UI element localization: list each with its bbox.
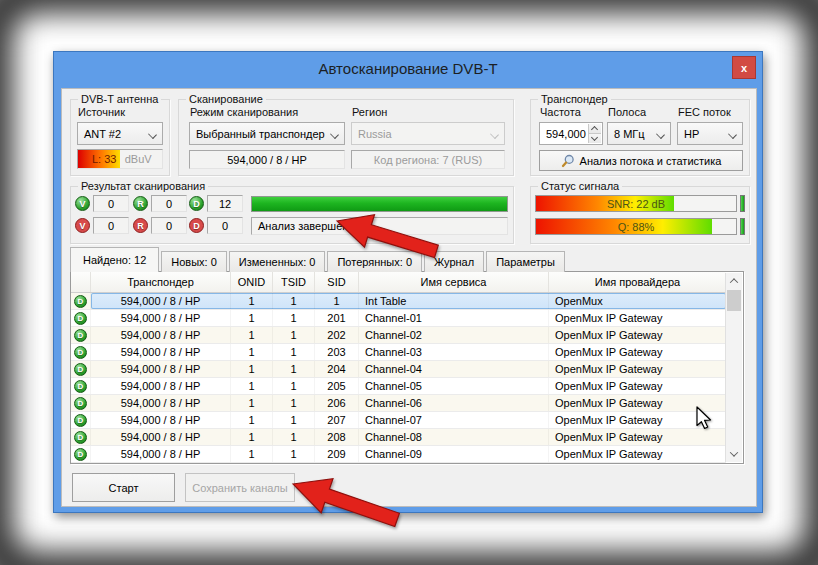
table-row-0[interactable]: D 594,000 / 8 / HP 1 1 1 Int Table OpenM… xyxy=(71,293,726,310)
title-bar[interactable]: Автосканирование DVB-T x xyxy=(54,52,762,88)
counter-field: 0 xyxy=(93,217,129,234)
cell-service: Channel-04 xyxy=(359,361,549,377)
cell-provider: OpenMux IP Gateway xyxy=(549,446,726,462)
dvb-service-icon: D xyxy=(74,363,87,376)
chevron-down-icon xyxy=(330,130,339,139)
channel-table: Транспондер ONID TSID SID Имя сервиса Им… xyxy=(70,271,744,464)
dvb-service-icon: D xyxy=(74,295,87,308)
scan-mode-label: Режим сканирования xyxy=(190,106,298,118)
dvb-service-icon: D xyxy=(74,448,87,461)
col-provider[interactable]: Имя провайдера xyxy=(549,272,726,292)
signal-level-unit: dBuV xyxy=(122,150,152,168)
annotation-arrow-status xyxy=(331,207,446,263)
scan-group: Сканирование Режим сканирования Выбранны… xyxy=(178,99,514,176)
cell-transponder: 594,000 / 8 / HP xyxy=(91,378,231,394)
tab-0[interactable]: Найдено: 12 xyxy=(70,247,159,272)
scroll-down-icon[interactable] xyxy=(726,446,742,462)
cell-sid: 201 xyxy=(315,310,359,326)
frequency-spinner[interactable]: 594,000 xyxy=(539,122,603,145)
close-button[interactable]: x xyxy=(732,56,756,79)
region-value: Russia xyxy=(358,128,392,140)
table-row-6[interactable]: D 594,000 / 8 / HP 1 1 206 Channel-06 Op… xyxy=(71,395,726,412)
r-red-badge-icon: R xyxy=(133,218,148,233)
table-row-2[interactable]: D 594,000 / 8 / HP 1 1 202 Channel-02 Op… xyxy=(71,327,726,344)
cell-transponder: 594,000 / 8 / HP xyxy=(91,344,231,360)
table-row-4[interactable]: D 594,000 / 8 / HP 1 1 204 Channel-04 Op… xyxy=(71,361,726,378)
chevron-down-icon xyxy=(490,130,499,139)
dialog-body: DVB-T антенна Источник ANT #2 L: 33 dBuV… xyxy=(61,88,757,507)
signal-status-group-title: Статус сигнала xyxy=(538,180,622,192)
col-onid[interactable]: ONID xyxy=(231,272,273,292)
source-select[interactable]: ANT #2 xyxy=(77,122,163,145)
cell-provider: OpenMux IP Gateway xyxy=(549,361,726,377)
cell-tsid: 1 xyxy=(273,395,315,411)
mouse-cursor-icon xyxy=(694,406,714,430)
source-label: Источник xyxy=(78,106,125,118)
col-tsid[interactable]: TSID xyxy=(273,272,315,292)
col-service[interactable]: Имя сервиса xyxy=(359,272,549,292)
scan-result-group-title: Результат сканирования xyxy=(78,180,208,192)
cell-tsid: 1 xyxy=(273,327,315,343)
region-code-readout: Код региона: 7 (RUS) xyxy=(351,150,505,169)
start-button[interactable]: Старт xyxy=(72,473,175,502)
col-sid[interactable]: SID xyxy=(315,272,359,292)
fec-label: FEC поток xyxy=(678,106,731,118)
window-title: Автосканирование DVB-T xyxy=(54,60,762,77)
cell-sid: 205 xyxy=(315,378,359,394)
chevron-down-icon xyxy=(656,130,665,139)
cell-service: Channel-07 xyxy=(359,412,549,428)
quality-peak-indicator xyxy=(740,218,745,235)
signal-level-text: L: 33 xyxy=(92,150,116,168)
spin-down-icon[interactable] xyxy=(589,134,601,143)
annotation-arrow-save xyxy=(287,474,405,532)
region-select[interactable]: Russia xyxy=(351,122,505,145)
counter-field: 0 xyxy=(93,195,129,212)
table-row-9[interactable]: D 594,000 / 8 / HP 1 1 209 Channel-09 Op… xyxy=(71,446,726,463)
dvbt-autoscan-window: Автосканирование DVB-T x DVB-T антенна И… xyxy=(53,51,763,513)
chevron-down-icon xyxy=(148,130,157,139)
fec-value: HP xyxy=(684,128,699,140)
cell-provider: OpenMux IP Gateway xyxy=(549,378,726,394)
d-green-badge-icon: D xyxy=(189,196,204,211)
table-row-7[interactable]: D 594,000 / 8 / HP 1 1 207 Channel-07 Op… xyxy=(71,412,726,429)
spinner-buttons[interactable] xyxy=(588,124,601,143)
spin-up-icon[interactable] xyxy=(589,124,601,134)
tab-strip: Найдено: 12Новых: 0Измененных: 0Потерянн… xyxy=(70,247,567,272)
table-row-1[interactable]: D 594,000 / 8 / HP 1 1 201 Channel-01 Op… xyxy=(71,310,726,327)
counter-field: 0 xyxy=(207,217,243,234)
dvb-service-icon: D xyxy=(74,312,87,325)
tab-5[interactable]: Параметры xyxy=(486,251,565,272)
scan-mode-select[interactable]: Выбранный транспондер xyxy=(189,122,345,145)
bandwidth-select[interactable]: 8 МГц xyxy=(607,122,671,145)
frequency-label: Частота xyxy=(540,106,581,118)
scroll-up-icon[interactable] xyxy=(726,273,742,289)
col-transponder[interactable]: Транспондер xyxy=(91,272,231,292)
table-row-5[interactable]: D 594,000 / 8 / HP 1 1 205 Channel-05 Op… xyxy=(71,378,726,395)
transponder-readout: 594,000 / 8 / HP xyxy=(189,150,345,169)
antenna-group-title: DVB-T антенна xyxy=(78,93,161,105)
vertical-scrollbar[interactable] xyxy=(725,273,742,462)
scroll-thumb[interactable] xyxy=(727,290,741,311)
fec-select[interactable]: HP xyxy=(677,122,743,145)
analyze-stream-button[interactable]: Анализ потока и статистика xyxy=(539,150,743,171)
cell-sid: 207 xyxy=(315,412,359,428)
cell-sid: 206 xyxy=(315,395,359,411)
d-red-badge-icon: D xyxy=(189,218,204,233)
dvb-service-icon: D xyxy=(74,431,87,444)
cell-sid: 1 xyxy=(315,293,359,309)
quality-label: Q: 88% xyxy=(536,219,736,234)
cell-provider: OpenMux IP Gateway xyxy=(549,310,726,326)
tab-1[interactable]: Новых: 0 xyxy=(161,251,227,272)
table-row-8[interactable]: D 594,000 / 8 / HP 1 1 208 Channel-08 Op… xyxy=(71,429,726,446)
cell-sid: 202 xyxy=(315,327,359,343)
table-row-3[interactable]: D 594,000 / 8 / HP 1 1 203 Channel-03 Op… xyxy=(71,344,726,361)
cell-onid: 1 xyxy=(231,361,273,377)
snr-label: SNR: 22 dB xyxy=(536,196,736,211)
cell-transponder: 594,000 / 8 / HP xyxy=(91,310,231,326)
cell-tsid: 1 xyxy=(273,293,315,309)
scan-group-title: Сканирование xyxy=(186,93,266,105)
tab-2[interactable]: Измененных: 0 xyxy=(229,251,326,272)
save-channels-button[interactable]: Сохранить каналы xyxy=(185,473,295,502)
col-icon[interactable] xyxy=(71,272,91,292)
dvb-service-icon: D xyxy=(74,380,87,393)
